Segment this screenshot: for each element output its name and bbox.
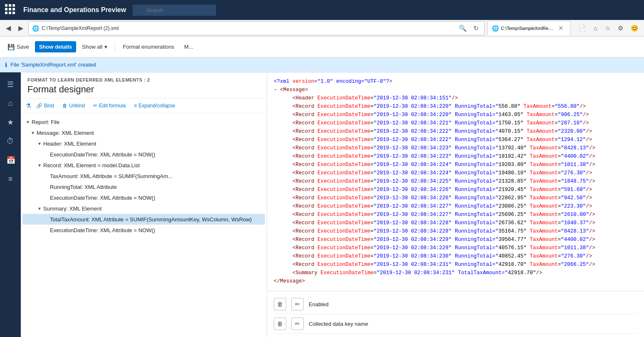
- tree-item-runningTotal[interactable]: RunningTotal: XML Attribute: [22, 181, 265, 192]
- sidebar-home-icon[interactable]: ⌂: [2, 95, 19, 112]
- xml-line: <Record ExecutionDateTime="2019-12-30 02…: [274, 202, 637, 211]
- tree-arrow: ▼: [31, 131, 37, 135]
- format-enumerations-button[interactable]: Format enumerations: [119, 41, 178, 52]
- show-all-button[interactable]: Show all ▾: [78, 41, 111, 52]
- xml-line: <Record ExecutionDateTime="2019-12-30 02…: [274, 194, 637, 202]
- xml-line: <Record ExecutionDateTime="2019-12-30 02…: [274, 152, 637, 161]
- delete-property-btn[interactable]: 🗑: [274, 317, 286, 330]
- edit-property-btn[interactable]: ✏: [291, 298, 304, 310]
- edit-formula-button[interactable]: ✏ Edit formula: [90, 101, 129, 110]
- action-bar: ⚗ 🔗 Bind 🗑 Unbind ✏ Edit formula ≡ Expan…: [21, 99, 267, 113]
- sidebar-menu-icon[interactable]: ☰: [2, 76, 19, 93]
- settings-btn[interactable]: ⚙: [616, 23, 625, 33]
- delete-property-btn[interactable]: 🗑: [274, 298, 286, 310]
- app-title: Finance and Operations Preview: [23, 6, 126, 14]
- link-icon: 🔗: [36, 103, 42, 109]
- tab-favicon: 🌐: [492, 25, 499, 32]
- tree-label: TaxAmount: XML Attribute = SUMIF(Summing…: [50, 173, 262, 179]
- xml-line: <Record ExecutionDateTime="2019-12-30 02…: [274, 111, 637, 119]
- address-bar[interactable]: 🌐 C:\Temp\SampleXmlReport (2).xml 🔍 ↻: [28, 21, 485, 35]
- tree-label: Message: XML Element: [37, 130, 262, 136]
- main-layout: ☰ ⌂ ★ ⏱ 📅 ≡ FORMAT TO LEARN DEFERRED XML…: [0, 72, 644, 337]
- refresh-btn[interactable]: ↻: [471, 23, 481, 33]
- tab-text: C:\Temp\SampleXmlRepo...: [501, 26, 554, 31]
- formula-icon: ✏: [93, 103, 97, 109]
- main-toolbar: 💾 Save Show details Show all ▾ Format en…: [0, 37, 644, 57]
- xml-line: <Record ExecutionDateTime="2019-12-30 02…: [274, 144, 637, 152]
- xml-line: <Record ExecutionDateTime="2019-12-30 02…: [274, 235, 637, 244]
- address-search-btn[interactable]: 🔍: [457, 23, 469, 33]
- close-tab-btn[interactable]: ✕: [556, 23, 566, 33]
- home-btn[interactable]: ⌂: [592, 23, 599, 33]
- tree-label: TotalTaxAmount: XML Attribute = SUMIF(Su…: [50, 216, 262, 223]
- tree-label: Summary: XML Element: [43, 206, 262, 212]
- tree-label: Record: XML Element = model.Data.List: [43, 162, 262, 168]
- save-icon: 💾: [7, 44, 15, 50]
- panel-header: FORMAT TO LEARN DEFERRED XML ELEMENTS : …: [21, 72, 267, 99]
- tree-item-totalTaxAmount[interactable]: TotalTaxAmount: XML Attribute = SUMIF(Su…: [22, 214, 265, 225]
- properties-section: 🗑✏Enabled🗑✏Collected data key name: [267, 291, 644, 337]
- tree-item-report[interactable]: ▼Report: File: [22, 116, 265, 127]
- bind-button[interactable]: 🔗 Bind: [33, 101, 57, 110]
- tree-label: ExecutionDateTime: XML Attribute = NOW(): [50, 227, 262, 233]
- forward-button[interactable]: ▶: [16, 22, 26, 34]
- back-button[interactable]: ◀: [3, 22, 13, 34]
- save-button[interactable]: 💾 Save: [3, 41, 33, 53]
- new-tab-btn[interactable]: 📄: [576, 23, 588, 33]
- xml-line: <Record ExecutionDateTime="2019-12-30 02…: [274, 161, 637, 169]
- xml-line: - <Message>: [274, 86, 637, 94]
- save-label: Save: [17, 44, 29, 50]
- favorites-btn[interactable]: ☆: [603, 23, 612, 33]
- tree-item-record[interactable]: ▼Record: XML Element = model.Data.List: [22, 160, 265, 171]
- show-details-label: Show details: [39, 44, 72, 50]
- xml-viewer: <?xml version="1.0" encoding="UTF-8"?>- …: [267, 72, 644, 291]
- browser-tab[interactable]: 🌐 C:\Temp\SampleXmlRepo... ✕: [487, 21, 570, 35]
- content-area: FORMAT TO LEARN DEFERRED XML ELEMENTS : …: [21, 72, 644, 337]
- tree-item-summary[interactable]: ▼Summary: XML Element: [22, 203, 265, 214]
- unbind-label: Unbind: [69, 103, 85, 109]
- apps-grid-icon[interactable]: [5, 4, 17, 16]
- search-input[interactable]: [133, 5, 216, 16]
- sidebar-workspaces-icon[interactable]: 📅: [2, 151, 19, 169]
- tree-arrow: ▼: [37, 206, 43, 211]
- filter-icon: ⚗: [26, 102, 31, 109]
- expand-collapse-label: Expand/collapse: [139, 103, 175, 109]
- xml-line: <Record ExecutionDateTime="2019-12-30 02…: [274, 119, 637, 127]
- tree-label: Report: File: [32, 119, 262, 125]
- format-enumerations-label: Format enumerations: [123, 44, 174, 50]
- tree-item-executionDateTime-record[interactable]: ExecutionDateTime: XML Attribute = NOW(): [22, 192, 265, 203]
- xml-line: <Summary ExecutionDateTime="2019-12-30 0…: [274, 269, 637, 277]
- more-button[interactable]: M...: [180, 41, 198, 52]
- edit-property-btn[interactable]: ✏: [291, 317, 304, 330]
- tree-arrow: ▼: [37, 163, 43, 168]
- sidebar-favorites-icon[interactable]: ★: [2, 114, 19, 131]
- property-label: Enabled: [309, 301, 329, 307]
- tree-item-executionDateTime-summary[interactable]: ExecutionDateTime: XML Attribute = NOW(): [22, 225, 265, 235]
- search-wrapper: 🔍: [133, 5, 216, 16]
- expand-collapse-button[interactable]: ≡ Expand/collapse: [131, 101, 178, 110]
- emoji-btn[interactable]: 😊: [629, 23, 641, 33]
- more-label: M...: [184, 44, 193, 50]
- sidebar-recents-icon[interactable]: ⏱: [2, 133, 19, 150]
- xml-line: <Record ExecutionDateTime="2019-12-30 02…: [274, 127, 637, 136]
- property-label: Collected data key name: [309, 321, 368, 327]
- tree-label: ExecutionDateTime: XML Attribute = NOW(): [50, 151, 262, 158]
- tree-item-message[interactable]: ▼Message: XML Element: [22, 127, 265, 138]
- tree-item-header[interactable]: ▼Header: XML Element: [22, 138, 265, 149]
- show-details-button[interactable]: Show details: [35, 41, 76, 52]
- xml-line: <Record ExecutionDateTime="2019-12-30 02…: [274, 211, 637, 219]
- left-panel: FORMAT TO LEARN DEFERRED XML ELEMENTS : …: [21, 72, 267, 337]
- xml-line: <Record ExecutionDateTime="2019-12-30 02…: [274, 252, 637, 260]
- title-bar: Finance and Operations Preview 🔍: [0, 0, 644, 20]
- notification-text: File 'SampleXmlReport.xml' created: [10, 62, 96, 68]
- tree-item-taxAmount[interactable]: TaxAmount: XML Attribute = SUMIF(Summing…: [22, 171, 265, 181]
- sidebar-modules-icon[interactable]: ≡: [2, 171, 19, 188]
- tree-label: ExecutionDateTime: XML Attribute = NOW(): [50, 195, 262, 201]
- property-row: 🗑✏Collected data key name: [274, 314, 637, 334]
- unlink-icon: 🗑: [62, 103, 67, 109]
- tree-item-executionDateTime-header[interactable]: ExecutionDateTime: XML Attribute = NOW(): [22, 149, 265, 160]
- xml-line: <Record ExecutionDateTime="2019-12-30 02…: [274, 244, 637, 252]
- unbind-button[interactable]: 🗑 Unbind: [59, 101, 88, 110]
- xml-line: <Record ExecutionDateTime="2019-12-30 02…: [274, 136, 637, 144]
- xml-line: <Record ExecutionDateTime="2019-12-30 02…: [274, 169, 637, 177]
